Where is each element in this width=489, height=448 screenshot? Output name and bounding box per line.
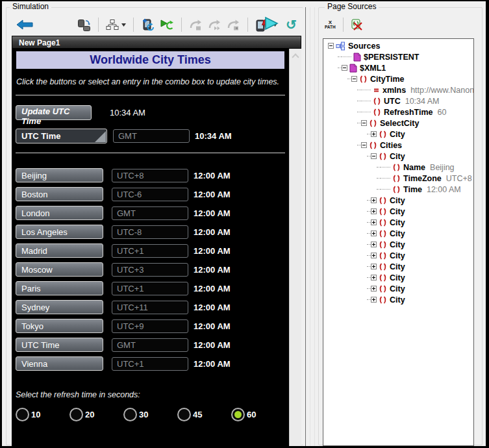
radio-icon[interactable] <box>177 408 191 421</box>
refresh-radio[interactable]: 60 <box>231 408 285 421</box>
refresh-radio[interactable]: 10 <box>16 408 69 421</box>
expand-icon[interactable] <box>371 297 377 303</box>
expand-icon[interactable] <box>371 219 377 225</box>
tree-row[interactable]: City <box>323 151 473 162</box>
city-row: Vienna UTC+1 12:00 AM <box>16 356 285 371</box>
timezone-field[interactable]: UTC+1 <box>112 282 188 295</box>
timezone-field[interactable]: UTC+9 <box>112 319 188 333</box>
expand-icon[interactable] <box>371 275 377 280</box>
timezone-field[interactable]: UTC+11 <box>112 301 188 314</box>
refresh-radio[interactable]: 20 <box>69 408 123 421</box>
tree-row[interactable]: Name Beijing <box>323 162 473 173</box>
tree-node-label: TimeZone <box>403 174 442 183</box>
scroll-up-icon[interactable] <box>292 53 299 60</box>
tree-row[interactable]: UTC 10:34 AM <box>323 95 473 106</box>
page-scrollbar[interactable] <box>289 49 301 446</box>
device-refresh-icon[interactable] <box>141 18 155 32</box>
expand-icon[interactable] <box>371 286 377 292</box>
city-time-value: 12:00 AM <box>194 284 231 293</box>
tree-row[interactable]: City <box>323 217 473 228</box>
tree-row[interactable]: Cities <box>323 140 473 151</box>
tree-row[interactable]: Sources <box>323 40 473 51</box>
city-button[interactable]: Los Angeles <box>16 225 103 239</box>
tree-row[interactable]: City <box>323 272 473 283</box>
city-button[interactable]: Boston <box>16 187 103 201</box>
city-button[interactable]: London <box>16 206 103 220</box>
city-button[interactable]: Tokyo <box>16 319 103 333</box>
tree-row[interactable]: City <box>323 294 473 305</box>
utc-time-value: 10:34 AM <box>110 108 145 118</box>
collapse-icon[interactable] <box>361 142 367 148</box>
reload-icon[interactable]: ↺ <box>286 18 297 31</box>
tree-row[interactable]: $PERSISTENT <box>323 51 473 62</box>
collapse-icon[interactable] <box>361 120 367 126</box>
timezone-field[interactable]: UTC+1 <box>112 357 188 371</box>
refresh-radio[interactable]: 45 <box>177 408 231 421</box>
tree-row[interactable]: CityTime <box>323 73 473 84</box>
city-button[interactable]: Vienna <box>16 356 103 371</box>
radio-icon[interactable] <box>231 408 245 421</box>
tree-row[interactable]: xmlns http://www.Nanonull.com/T <box>323 84 473 95</box>
elem-icon <box>392 164 401 171</box>
restart-simulation-icon[interactable] <box>160 18 174 32</box>
collapse-icon[interactable] <box>351 76 357 82</box>
refresh-radio[interactable]: 30 <box>123 408 177 421</box>
city-combo-box[interactable]: UTC Time <box>16 129 107 143</box>
city-button[interactable]: Paris <box>16 281 103 295</box>
timezone-field[interactable]: UTC+1 <box>112 244 188 258</box>
timezone-field[interactable]: UTC+3 <box>112 263 188 277</box>
tree-node-label: City <box>390 229 405 238</box>
back-arrow-icon[interactable] <box>15 18 34 31</box>
radio-icon[interactable] <box>16 408 29 421</box>
tree-row[interactable]: Time 12:00 AM <box>323 184 473 195</box>
expand-icon[interactable] <box>371 208 377 214</box>
expand-icon[interactable] <box>371 197 377 203</box>
city-row: Sydney UTC+11 12:00 AM <box>16 300 285 314</box>
tree-row[interactable]: $XML1 <box>323 62 473 73</box>
tree-row[interactable]: RefreshTime 60 <box>323 106 473 118</box>
collapse-icon[interactable] <box>342 65 347 71</box>
page-transition-icon[interactable] <box>77 18 91 32</box>
city-button[interactable]: Beijing <box>16 168 103 182</box>
expand-icon[interactable] <box>371 264 377 269</box>
tree-row[interactable]: City <box>323 283 473 294</box>
timezone-field[interactable]: UTC-6 <box>112 188 188 201</box>
timezone-field[interactable]: GMT <box>112 206 188 220</box>
xpath-icon[interactable]: X PATH <box>325 20 336 30</box>
city-button[interactable]: Madrid <box>16 243 103 258</box>
tree-node-value: UTC+8 <box>446 174 472 183</box>
city-time-value: 12:00 AM <box>194 303 231 312</box>
tree-row[interactable]: City <box>323 228 473 239</box>
city-button[interactable]: Sydney <box>16 300 103 314</box>
expand-icon[interactable] <box>371 131 377 137</box>
tree-row[interactable]: City <box>323 195 473 206</box>
element-icon <box>379 252 387 260</box>
city-button[interactable]: UTC Time <box>16 338 103 352</box>
radio-icon[interactable] <box>69 408 83 421</box>
tree-connector <box>381 189 390 190</box>
tree-row[interactable]: City <box>323 129 473 140</box>
run-icon[interactable] <box>263 16 279 33</box>
timezone-field[interactable]: UTC+8 <box>112 169 188 182</box>
expand-icon[interactable] <box>371 253 377 258</box>
tree-row[interactable]: City <box>323 239 473 250</box>
update-utc-button[interactable]: Update UTC Time <box>16 105 92 120</box>
timezone-field[interactable]: GMT <box>113 129 190 143</box>
collapse-icon[interactable] <box>371 153 377 159</box>
timezone-field[interactable]: GMT <box>112 338 188 352</box>
collapse-icon[interactable] <box>328 43 334 49</box>
tree-row[interactable]: City <box>323 261 473 272</box>
timezone-field[interactable]: UTC-8 <box>112 225 188 239</box>
tree-row[interactable]: City <box>323 250 473 261</box>
tree-row[interactable]: City <box>323 206 473 217</box>
page-structure-icon[interactable] <box>106 19 126 31</box>
panel-splitter[interactable] <box>305 7 306 446</box>
tree-connector <box>342 56 351 58</box>
remove-source-icon[interactable] <box>351 19 363 31</box>
city-button[interactable]: Moscow <box>16 262 103 277</box>
radio-icon[interactable] <box>123 408 137 421</box>
expand-icon[interactable] <box>371 242 377 247</box>
expand-icon[interactable] <box>371 230 377 236</box>
tree-row[interactable]: SelectCity <box>323 118 473 129</box>
tree-row[interactable]: TimeZone UTC+8 <box>323 173 473 184</box>
